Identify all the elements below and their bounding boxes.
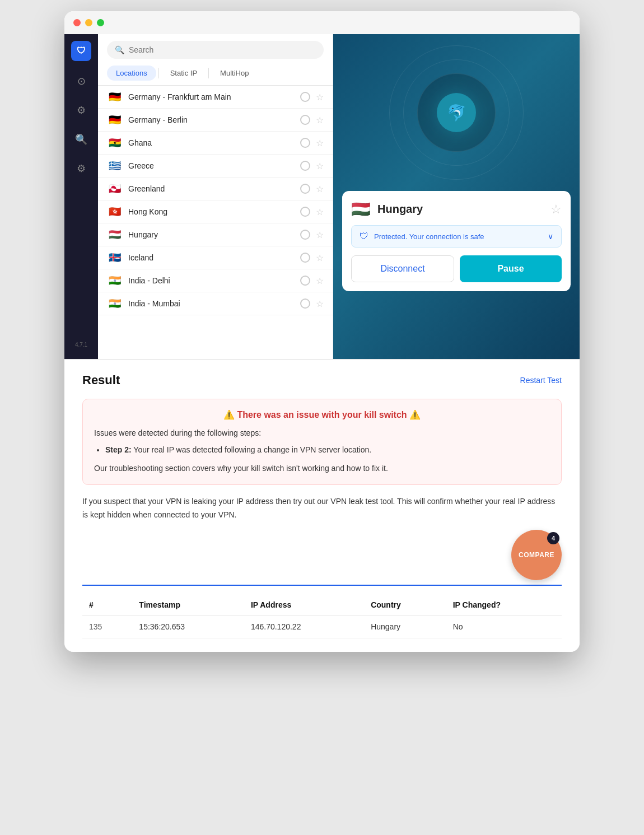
radio-button[interactable] [300,115,310,125]
alert-box: ⚠️ There was an issue with your kill swi… [82,399,562,485]
radio-button[interactable] [300,276,310,286]
step2-label: Step 2: [105,445,132,454]
country-row: 🇭🇺 Hungary ☆ [351,200,562,218]
list-item[interactable]: 🇮🇳 India - Mumbai ☆ [98,292,333,315]
location-flag: 🇩🇪 [107,114,123,125]
troubleshoot-text: Our troubleshooting section covers why y… [94,462,550,474]
compare-float: 4 COMPARE [82,530,562,580]
col-num: # [82,595,132,615]
chevron-down-icon: ∨ [548,232,553,241]
vpn-visual: 🐬 [333,34,580,191]
location-flag: 🇬🇷 [107,160,123,171]
search-input-wrapper[interactable]: 🔍 [107,41,324,59]
alert-body: Issues were detected during the followin… [94,427,550,474]
list-item[interactable]: 🇩🇪 Germany - Berlin ☆ [98,109,333,132]
logo-letter: 🛡 [77,46,86,56]
star-icon[interactable]: ☆ [316,184,324,194]
alert-step-2: Step 2: Your real IP was detected follow… [105,444,550,456]
star-icon[interactable]: ☆ [316,207,324,217]
star-icon[interactable]: ☆ [316,138,324,148]
cell-changed: No [446,615,562,638]
compare-badge: 4 [547,532,559,544]
location-name: India - Delhi [128,276,295,285]
list-item[interactable]: 🇩🇪 Germany - Frankfurt am Main ☆ [98,86,333,109]
tab-divider-2 [208,68,209,78]
restart-test-link[interactable]: Restart Test [520,376,562,385]
location-name: India - Mumbai [128,299,295,308]
radio-button[interactable] [300,92,310,102]
tab-static-ip[interactable]: Static IP [161,66,206,81]
vpn-logo-center: 🐬 [437,93,476,132]
list-item[interactable]: 🇬🇷 Greece ☆ [98,155,333,178]
list-item[interactable]: 🇮🇸 Iceland ☆ [98,246,333,269]
tabs-bar: Locations Static IP MultiHop [98,63,333,86]
compare-divider [82,585,562,586]
leak-test-text: If you suspect that your VPN is leaking … [82,495,562,522]
star-icon[interactable]: ☆ [316,161,324,171]
tab-multihop[interactable]: MultiHop [211,66,258,81]
results-table: # Timestamp IP Address Country IP Change… [82,595,562,638]
radio-button[interactable] [300,253,310,263]
location-flag: 🇬🇭 [107,137,123,148]
vpn-panel: 🐬 🇭🇺 Hungary ☆ 🛡 Protected. Your connect… [333,34,580,359]
list-item[interactable]: 🇮🇳 India - Delhi ☆ [98,269,333,292]
cell-country: Hungary [364,615,446,638]
star-icon[interactable]: ☆ [316,276,324,286]
location-name: Greenland [128,184,295,193]
step2-text: Your real IP was detected following a ch… [133,445,371,454]
minimize-button[interactable] [85,19,92,26]
list-item[interactable]: 🇭🇰 Hong Kong ☆ [98,200,333,223]
col-changed: IP Changed? [446,595,562,615]
sidebar-item-search[interactable]: 🔍 [72,130,90,148]
list-item[interactable]: 🇬🇱 Greenland ☆ [98,178,333,200]
table-header-row: # Timestamp IP Address Country IP Change… [82,595,562,615]
app-content: 🛡 ⊙ ⚙ 🔍 ⚙ 4.7.1 🔍 Locations [64,34,580,359]
location-flag: 🇭🇺 [107,229,123,240]
star-icon[interactable]: ☆ [316,253,324,263]
search-input[interactable] [129,45,316,54]
cell-timestamp: 15:36:20.653 [132,615,244,638]
list-item[interactable]: 🇭🇺 Hungary ☆ [98,223,333,246]
star-icon[interactable]: ☆ [316,230,324,240]
pause-button[interactable]: Pause [460,255,562,282]
sidebar-item-gear[interactable]: ⚙ [72,160,90,178]
location-name: Germany - Berlin [128,115,295,124]
radio-button[interactable] [300,230,310,240]
title-bar [64,11,580,34]
result-title: Result [82,373,120,388]
list-item[interactable]: 🇬🇭 Ghana ☆ [98,132,333,155]
radio-button[interactable] [300,207,310,217]
sidebar: 🛡 ⊙ ⚙ 🔍 ⚙ 4.7.1 [64,34,98,359]
radio-button[interactable] [300,184,310,194]
radio-button[interactable] [300,298,310,309]
close-button[interactable] [73,19,81,26]
app-logo: 🛡 [71,41,91,61]
favorite-star-icon[interactable]: ☆ [550,202,562,217]
location-name: Ghana [128,138,295,147]
star-icon[interactable]: ☆ [316,298,324,309]
col-ip: IP Address [244,595,364,615]
compare-label: COMPARE [519,551,554,559]
star-icon[interactable]: ☆ [316,92,324,102]
result-section: Result Restart Test ⚠️ There was an issu… [64,359,580,652]
radio-button[interactable] [300,138,310,148]
connection-status-row[interactable]: 🛡 Protected. Your connection is safe ∨ [351,225,562,248]
maximize-button[interactable] [97,19,104,26]
tab-locations[interactable]: Locations [107,66,156,81]
connected-country-flag: 🇭🇺 [351,200,371,218]
connected-country-name: Hungary [377,203,544,216]
location-list: 🇩🇪 Germany - Frankfurt am Main ☆ 🇩🇪 Germ… [98,86,333,359]
search-bar: 🔍 [98,34,333,63]
location-name: Iceland [128,253,295,262]
shield-status-icon: 🛡 [360,231,368,241]
compare-button[interactable]: 4 COMPARE [511,530,562,580]
result-header: Result Restart Test [82,373,562,388]
search-icon: 🔍 [115,45,124,54]
location-flag: 🇮🇸 [107,252,123,263]
sidebar-item-settings-outline[interactable]: ⚙ [72,101,90,119]
tab-divider [158,68,159,78]
star-icon[interactable]: ☆ [316,115,324,125]
disconnect-button[interactable]: Disconnect [351,255,454,282]
sidebar-item-notifications[interactable]: ⊙ [72,72,90,90]
radio-button[interactable] [300,161,310,171]
